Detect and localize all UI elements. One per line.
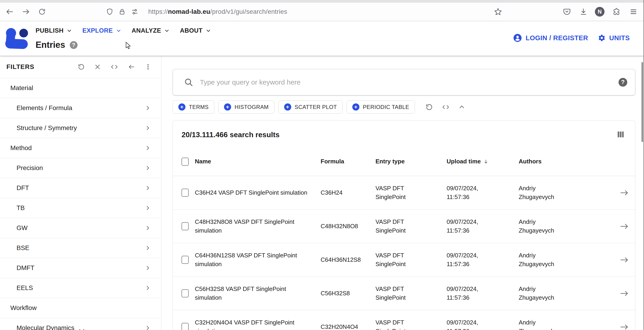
sidebar-item-dmft[interactable]: DMFT <box>0 258 161 278</box>
row-checkbox[interactable] <box>182 189 189 197</box>
plus-icon: + <box>352 103 360 110</box>
bookmark-star-icon[interactable] <box>494 8 502 16</box>
sidebar-item-elements-formula[interactable]: Elements / Formula <box>0 98 161 118</box>
chevron-down-icon <box>206 29 210 32</box>
close-icon[interactable] <box>94 63 101 70</box>
chevron-right-icon <box>144 105 150 111</box>
person-icon[interactable] <box>513 34 522 42</box>
table-row[interactable]: C64H36N12S8 VASP DFT SinglePoint simulat… <box>173 243 635 277</box>
select-all-checkbox[interactable] <box>182 158 189 166</box>
row-checkbox[interactable] <box>182 323 189 330</box>
nav-publish[interactable]: PUBLISH <box>36 27 72 34</box>
add-histogram-button[interactable]: +HISTOGRAM <box>218 100 274 113</box>
refresh-icon[interactable] <box>78 63 85 71</box>
add-periodic-table-button[interactable]: +PERIODIC TABLE <box>346 100 415 113</box>
back-icon[interactable] <box>6 8 14 16</box>
chevron-right-icon <box>144 265 150 271</box>
columns-icon[interactable] <box>617 130 624 138</box>
nav-analyze[interactable]: ANALYZE <box>132 27 169 34</box>
sidebar-item-tb[interactable]: TB <box>0 198 161 218</box>
row-checkbox[interactable] <box>182 222 189 230</box>
col-authors[interactable]: Authors <box>519 157 598 166</box>
menu-hamburger-icon[interactable] <box>629 8 638 16</box>
add-scatter-plot-button[interactable]: +SCATTER PLOT <box>278 100 343 113</box>
nomad-logo[interactable] <box>4 26 30 52</box>
chevron-right-icon <box>144 205 150 211</box>
row-checkbox[interactable] <box>182 256 189 264</box>
login-register-button[interactable]: LOGIN / REGISTER <box>526 34 588 42</box>
plus-icon: + <box>224 103 231 110</box>
col-name[interactable]: Name <box>195 157 320 166</box>
search-input[interactable] <box>200 78 618 86</box>
chevron-down-icon <box>67 29 72 32</box>
sidebar-item-bse[interactable]: BSE <box>0 238 161 258</box>
chevron-right-icon <box>144 145 150 151</box>
reload-icon[interactable] <box>38 8 46 16</box>
plus-icon: + <box>178 103 186 110</box>
units-button[interactable]: UNITS <box>598 34 630 42</box>
search-box: ? <box>172 69 635 95</box>
extensions-puzzle-icon[interactable] <box>612 8 620 16</box>
gear-icon <box>598 34 606 42</box>
col-formula[interactable]: Formula <box>320 157 376 166</box>
widget-toolbar: +TERMS +HISTOGRAM +SCATTER PLOT +PERIODI… <box>172 100 465 113</box>
browser-tabstrip <box>0 0 644 3</box>
arrow-right-icon[interactable] <box>620 189 628 196</box>
pocket-icon[interactable] <box>563 8 571 16</box>
chevron-right-icon <box>144 225 150 231</box>
results-card: 20/13.111.466 search results Name Formul… <box>172 120 635 330</box>
filters-sidebar: FILTERS Material Elements / Formula Stru… <box>0 56 161 330</box>
sidebar-item-material[interactable]: Material <box>0 78 161 98</box>
sidebar-item-molecular-dynamics[interactable]: Molecular Dynamics <box>0 318 161 330</box>
sidebar-item-workflow[interactable]: Workflow <box>0 298 161 318</box>
col-upload-time[interactable]: Upload time <box>446 157 519 166</box>
arrow-right-icon[interactable] <box>620 256 628 263</box>
nav-about[interactable]: ABOUT <box>180 27 210 34</box>
code-icon[interactable] <box>441 104 450 110</box>
main-panel: ? +TERMS +HISTOGRAM +SCATTER PLOT +PERIO… <box>161 56 644 330</box>
account-area: LOGIN / REGISTER UNITS <box>513 34 630 42</box>
arrow-right-icon[interactable] <box>620 323 628 330</box>
sidebar-item-dft[interactable]: DFT <box>0 178 161 198</box>
help-icon[interactable]: ? <box>70 41 78 49</box>
url-bar[interactable]: https://nomad-lab.eu/prod/v1/gui/search/… <box>106 3 287 21</box>
row-checkbox[interactable] <box>182 289 189 297</box>
filters-title: FILTERS <box>0 63 34 71</box>
arrow-right-icon[interactable] <box>620 290 628 297</box>
url-text[interactable]: https://nomad-lab.eu/prod/v1/gui/search/… <box>148 8 287 15</box>
table-row[interactable]: C56H32S8 VASP DFT SinglePoint simulation… <box>173 277 635 310</box>
chevron-down-icon <box>78 328 85 330</box>
table-row[interactable]: C36H24 VASP DFT SinglePoint simulation C… <box>173 176 635 210</box>
page-title: Entries <box>36 40 65 50</box>
sidebar-item-structure-symmetry[interactable]: Structure / Symmetry <box>0 118 161 138</box>
page-scrollbar[interactable] <box>642 62 643 142</box>
forward-icon[interactable] <box>22 8 30 16</box>
lock-icon[interactable] <box>118 8 126 15</box>
sidebar-item-gw[interactable]: GW <box>0 218 161 238</box>
permissions-toggle-icon[interactable] <box>131 8 138 16</box>
results-summary: 20/13.111.466 search results <box>182 130 280 139</box>
sidebar-item-method[interactable]: Method <box>0 138 161 158</box>
sidebar-item-eels[interactable]: EELS <box>0 278 161 298</box>
browser-toolbar: https://nomad-lab.eu/prod/v1/gui/search/… <box>0 3 644 21</box>
collapse-icon[interactable] <box>458 104 465 110</box>
add-terms-button[interactable]: +TERMS <box>172 100 214 113</box>
nav-explore[interactable]: EXPLORE <box>82 27 121 34</box>
app-header: PUBLISH EXPLORE ANALYZE ABOUT Entries ? … <box>0 21 644 56</box>
download-icon[interactable] <box>579 8 588 16</box>
table-row[interactable]: C48H32N8O8 VASP DFT SinglePoint simulati… <box>173 210 635 243</box>
arrow-right-icon[interactable] <box>620 223 628 230</box>
chevron-right-icon <box>144 325 150 330</box>
kebab-menu-icon[interactable] <box>144 63 152 70</box>
shield-icon[interactable] <box>106 8 114 15</box>
main-nav: PUBLISH EXPLORE ANALYZE ABOUT <box>36 27 210 34</box>
sidebar-item-precision[interactable]: Precision <box>0 158 161 178</box>
search-help-icon[interactable]: ? <box>618 78 627 87</box>
code-icon[interactable] <box>110 63 118 70</box>
account-avatar[interactable]: N <box>595 7 604 17</box>
refresh-icon[interactable] <box>425 103 433 111</box>
arrow-left-icon[interactable] <box>128 63 136 70</box>
table-row[interactable]: C32H20N4O4 VASP DFT SinglePoint simulati… <box>173 310 635 330</box>
col-entry-type[interactable]: Entry type <box>376 157 446 166</box>
search-icon <box>184 77 194 87</box>
